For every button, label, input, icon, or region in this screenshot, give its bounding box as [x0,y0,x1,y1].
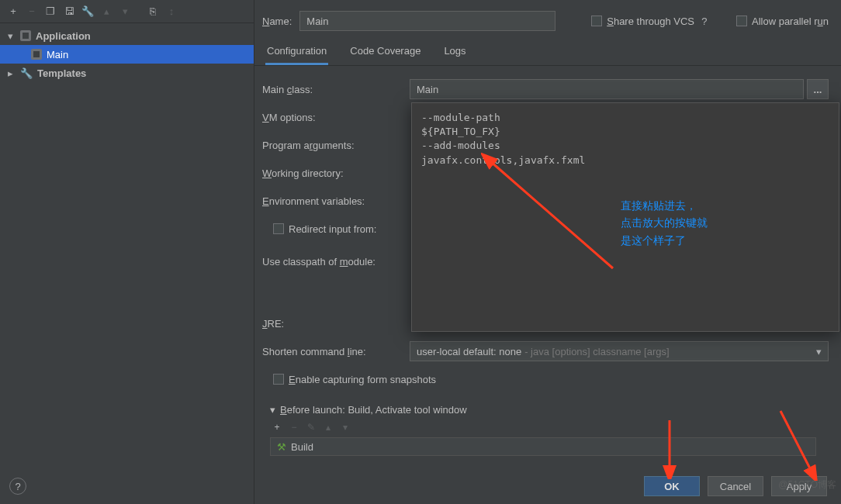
redirect-checkbox[interactable]: Redirect input from: [262,223,376,235]
tree-node-application[interactable]: ▾ Application [0,26,254,45]
before-launch-header[interactable]: ▾ Before launch: Build, Activate tool wi… [270,404,816,416]
add-icon[interactable]: + [5,3,22,20]
name-label: Name: [262,16,292,27]
add-task-icon[interactable]: + [270,420,284,434]
tree-node-templates[interactable]: ▸ 🔧 Templates [0,64,254,82]
before-launch-section: ▾ Before launch: Build, Activate tool wi… [270,404,816,456]
folder-icon[interactable]: ⎘ [144,3,161,20]
env-vars-label: Environment variables: [262,195,410,207]
watermark: @51CTO博客 [778,478,836,492]
copy-icon[interactable]: ❐ [42,3,59,20]
config-tree: ▾ Application Main ▸ 🔧 Templates [0,23,254,504]
build-task-row[interactable]: ⚒ Build [270,437,816,456]
ok-button[interactable]: OK [644,476,700,496]
vm-options-label: VM options: [262,112,410,123]
down-icon[interactable]: ▾ [116,3,133,20]
hammer-icon: ⚒ [277,441,286,453]
tree-label: Main [47,49,68,60]
tree-node-main[interactable]: Main [0,45,254,64]
shorten-label: Shorten command line: [262,346,410,357]
remove-icon[interactable]: − [23,3,40,20]
up-icon[interactable]: ▴ [98,3,115,20]
app-icon [20,30,31,41]
info-icon: ? [699,16,710,26]
down-task-icon[interactable]: ▾ [338,420,352,434]
edit-task-icon[interactable]: ✎ [304,420,318,434]
snapshots-checkbox[interactable]: Enable capturing form snapshots [262,374,436,385]
name-input[interactable] [299,11,555,31]
sidebar-toolbar: + − ❐ 🖫 🔧 ▴ ▾ ⎘ ↕ [0,0,254,23]
sort-icon[interactable]: ↕ [163,3,180,20]
annotation-text: 直接粘贴进去， 点击放大的按键就 是这个样子了 [621,197,708,249]
allow-parallel-checkbox[interactable]: Allow parallel run [736,16,829,27]
shorten-select[interactable]: user-local default: none - java [options… [410,341,829,361]
sidebar: + − ❐ 🖫 🔧 ▴ ▾ ⎘ ↕ ▾ Application Main ▸ � [0,0,254,504]
share-vcs-checkbox[interactable]: Share through VCS ? [591,16,710,27]
tree-label: Application [36,30,91,42]
cancel-button[interactable]: Cancel [708,476,763,496]
classpath-label: Use classpath of module: [262,256,410,268]
up-task-icon[interactable]: ▴ [321,420,335,434]
main-class-input[interactable] [410,79,804,99]
jre-label: JRE: [262,318,410,330]
app-icon [31,49,42,60]
main-class-label: Main class: [262,84,410,95]
remove-task-icon[interactable]: − [287,420,301,434]
browse-button[interactable]: ... [807,79,829,99]
working-dir-label: Working directory: [262,167,410,179]
tab-logs[interactable]: Logs [442,39,467,65]
tab-configuration[interactable]: Configuration [265,39,328,65]
program-args-label: Program arguments: [262,140,410,151]
help-button[interactable]: ? [9,478,26,495]
wrench-icon: 🔧 [20,67,33,79]
tab-code-coverage[interactable]: Code Coverage [348,39,422,65]
tabs: Configuration Code Coverage Logs [254,39,841,66]
wrench-icon[interactable]: 🔧 [79,3,96,20]
save-icon[interactable]: 🖫 [61,3,78,20]
tree-label: Templates [37,67,86,79]
